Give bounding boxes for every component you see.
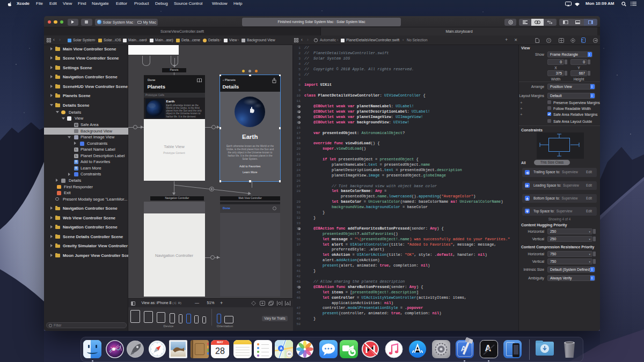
svg-text:?: ? [548, 39, 550, 42]
